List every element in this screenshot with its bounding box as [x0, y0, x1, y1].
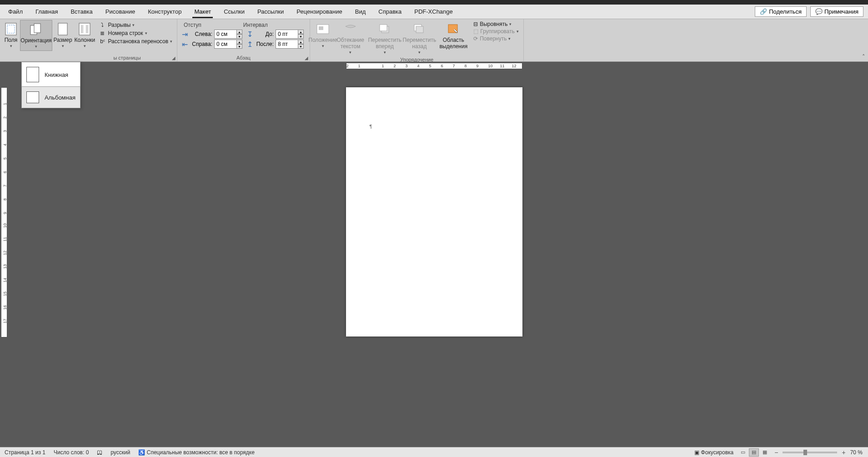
wrap-text-label: Обтекание текстом: [336, 37, 364, 50]
svg-rect-15: [416, 26, 423, 33]
breaks-icon: ⤵: [99, 22, 106, 28]
chevron-down-icon: ▾: [517, 29, 519, 34]
orientation-label: Ориентация: [20, 38, 51, 44]
rotate-label: Повернуть: [480, 35, 507, 42]
chevron-down-icon: ▾: [145, 31, 147, 35]
svg-rect-4: [58, 23, 67, 35]
position-icon: [316, 22, 330, 36]
chevron-down-icon: ▾: [349, 50, 351, 55]
send-backward-button[interactable]: Переместить назад ▾: [402, 20, 436, 56]
chevron-down-icon: ▾: [35, 44, 37, 49]
line-numbers-button[interactable]: ≣ Номера строк ▾: [96, 29, 175, 37]
comments-button[interactable]: 💬 Примечания: [810, 6, 863, 17]
paragraph-dialog-launcher[interactable]: ◢: [305, 55, 308, 60]
svg-rect-5: [79, 23, 90, 35]
comments-label: Примечания: [824, 8, 858, 15]
rotate-button[interactable]: ⟳ Повернуть ▾: [473, 35, 519, 42]
selection-pane-button[interactable]: Область выделения: [436, 20, 471, 52]
chevron-down-icon: ▾: [322, 44, 324, 48]
collapse-ribbon-button[interactable]: ˄: [862, 53, 865, 60]
menu-review[interactable]: Рецензирование: [290, 5, 348, 18]
hyphenation-icon: bᶜ: [99, 38, 106, 45]
spacing-after-icon: ↥: [247, 40, 253, 49]
spacing-before-icon: ↧: [247, 30, 253, 39]
menu-draw[interactable]: Рисование: [99, 5, 141, 18]
group-button[interactable]: ⬚ Группировать ▾: [473, 28, 519, 35]
send-backward-icon: [412, 22, 426, 36]
size-icon: [55, 22, 70, 36]
group-label: Группировать: [480, 28, 515, 35]
position-label: Положение: [308, 37, 337, 44]
share-icon: 🔗: [760, 8, 767, 15]
menu-file[interactable]: Файл: [2, 5, 29, 18]
svg-rect-3: [34, 24, 40, 33]
margins-icon: [4, 22, 18, 36]
arrange-group-label: Упорядочение: [312, 56, 522, 62]
line-numbers-label: Номера строк: [108, 30, 143, 36]
spacing-before-label: До:: [255, 31, 274, 37]
align-label: Выровнять: [480, 21, 507, 27]
chevron-down-icon: ▾: [384, 50, 386, 55]
menu-references[interactable]: Ссылки: [217, 5, 251, 18]
menu-pdfxchange[interactable]: PDF-XChange: [408, 5, 459, 18]
paragraph-group-label: Абзац: [179, 55, 308, 61]
share-button[interactable]: 🔗 Поделиться: [755, 6, 807, 17]
chevron-down-icon: ▾: [508, 36, 511, 41]
menu-home[interactable]: Главная: [29, 5, 64, 18]
size-button[interactable]: Размер ▾: [52, 20, 73, 50]
chevron-down-icon: ▾: [132, 23, 135, 27]
svg-rect-11: [319, 26, 323, 30]
chevron-down-icon: ▾: [84, 44, 86, 48]
menu-design[interactable]: Конструктор: [141, 5, 188, 18]
wrap-text-icon: [343, 22, 358, 36]
send-backward-label: Переместить назад: [403, 37, 437, 50]
columns-button[interactable]: Колонки ▾: [73, 20, 96, 50]
selection-pane-label: Область выделения: [439, 37, 468, 50]
ribbon: Поля ▾ Ориентация ▾ Размер ▾: [0, 19, 868, 62]
title-bar: [0, 0, 868, 5]
rotate-icon: ⟳: [473, 35, 478, 42]
indent-right-icon: ⇤: [182, 40, 188, 49]
bring-forward-button[interactable]: Переместить вперед ▾: [367, 20, 402, 56]
breaks-button[interactable]: ⤵ Разрывы ▾: [96, 21, 175, 29]
indent-left-label: Слева:: [190, 31, 212, 37]
columns-icon: [77, 22, 92, 36]
page-setup-dialog-launcher[interactable]: ◢: [172, 55, 176, 60]
orientation-button[interactable]: Ориентация ▾: [20, 20, 52, 51]
columns-label: Колонки: [74, 37, 95, 44]
menu-help[interactable]: Справка: [372, 5, 408, 18]
svg-rect-13: [380, 25, 387, 31]
margins-button[interactable]: Поля ▾: [2, 20, 20, 50]
chevron-down-icon: ▾: [10, 44, 12, 48]
indent-right-input[interactable]: ▲▼: [214, 40, 242, 49]
hyphenation-label: Расстановка переносов: [108, 38, 168, 45]
chevron-down-icon: ▾: [418, 50, 421, 55]
spacing-header: Интервал: [241, 21, 270, 29]
selection-pane-icon: [446, 22, 461, 36]
wrap-text-button[interactable]: Обтекание текстом ▾: [334, 20, 367, 56]
spacing-before-input[interactable]: ▲▼: [276, 30, 304, 39]
chevron-down-icon: ▾: [170, 39, 172, 44]
menu-view[interactable]: Вид: [349, 5, 372, 18]
chevron-down-icon: ▾: [62, 44, 64, 48]
bring-forward-label: Переместить вперед: [368, 37, 401, 50]
page-setup-group-label: ы страницы: [2, 55, 175, 61]
indent-left-input[interactable]: ▲▼: [214, 30, 242, 39]
menu-layout[interactable]: Макет: [188, 5, 217, 18]
hyphenation-button[interactable]: bᶜ Расстановка переносов ▾: [96, 37, 175, 45]
indent-header: Отступ: [182, 21, 203, 29]
position-button[interactable]: Положение ▾: [312, 20, 334, 50]
size-label: Размер: [53, 37, 72, 44]
spacing-after-input[interactable]: ▲▼: [276, 40, 304, 49]
margins-label: Поля: [5, 37, 18, 44]
menu-bar: Файл Главная Вставка Рисование Конструкт…: [0, 5, 868, 19]
align-button[interactable]: ⊟ Выровнять ▾: [473, 21, 519, 27]
bring-forward-icon: [377, 22, 392, 36]
indent-left-icon: ⇥: [182, 30, 188, 39]
menu-mailings[interactable]: Рассылки: [251, 5, 290, 18]
share-label: Поделиться: [769, 8, 802, 15]
menu-insert[interactable]: Вставка: [64, 5, 99, 18]
indent-right-label: Справа:: [190, 41, 212, 47]
group-icon: ⬚: [473, 28, 478, 35]
line-numbers-icon: ≣: [99, 30, 106, 36]
